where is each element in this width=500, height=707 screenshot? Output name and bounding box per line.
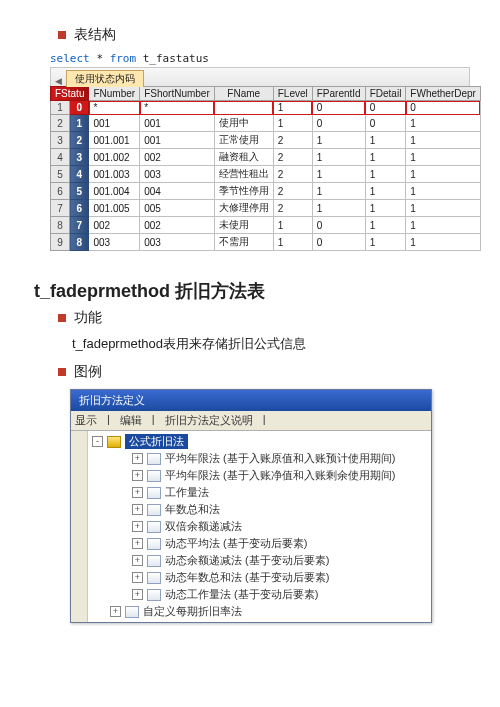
expand-icon[interactable]: + bbox=[110, 606, 121, 617]
row-gutter: 3 bbox=[70, 149, 89, 166]
cell: * bbox=[89, 101, 140, 115]
cell: 0 bbox=[365, 115, 406, 132]
tree-node[interactable]: +自定义每期折旧率法 bbox=[110, 603, 427, 620]
cell: 001.001 bbox=[89, 132, 140, 149]
tree-node[interactable]: +动态余额递减法 (基于变动后要素) bbox=[132, 552, 427, 569]
cell: 经营性租出 bbox=[214, 166, 273, 183]
cell: 1 bbox=[406, 166, 481, 183]
table-row[interactable]: 21001001使用中1001 bbox=[51, 115, 481, 132]
menu-item[interactable]: 编辑 bbox=[120, 413, 142, 428]
row-number: 1 bbox=[51, 101, 70, 115]
tree-node[interactable]: +工作量法 bbox=[132, 484, 427, 501]
row-number: 2 bbox=[51, 115, 70, 132]
tree-node[interactable]: +双倍余额递减法 bbox=[132, 518, 427, 535]
cell: 1 bbox=[273, 115, 312, 132]
tree-node-label: 自定义每期折旧率法 bbox=[143, 604, 242, 619]
tree-node-label: 年数总和法 bbox=[165, 502, 220, 517]
depr-method-window: 折旧方法定义 显示 | 编辑 | 折旧方法定义说明 | -公式折旧法+平均年限法… bbox=[70, 389, 432, 623]
grid-header: FDetail bbox=[365, 87, 406, 101]
table-row[interactable]: 76001.005005大修理停用2111 bbox=[51, 200, 481, 217]
cell: 1 bbox=[312, 166, 365, 183]
row-gutter: 8 bbox=[70, 234, 89, 251]
bullet-icon bbox=[58, 368, 66, 376]
expand-icon[interactable]: + bbox=[132, 453, 143, 464]
row-number: 9 bbox=[51, 234, 70, 251]
menu-item[interactable]: 显示 bbox=[75, 413, 97, 428]
tree-node[interactable]: +年数总和法 bbox=[132, 501, 427, 518]
grid-corner: FStatu bbox=[51, 87, 89, 101]
cell: 1 bbox=[406, 132, 481, 149]
cell: 002 bbox=[89, 217, 140, 234]
row-gutter: 6 bbox=[70, 200, 89, 217]
cell: 不需用 bbox=[214, 234, 273, 251]
cell: 001 bbox=[140, 115, 215, 132]
bullet-icon bbox=[58, 314, 66, 322]
collapse-icon[interactable]: - bbox=[92, 436, 103, 447]
tree-node[interactable]: +平均年限法 (基于入账原值和入账预计使用期间) bbox=[132, 450, 427, 467]
window-menubar: 显示 | 编辑 | 折旧方法定义说明 | bbox=[71, 411, 431, 431]
grid-header: FWhetherDepr bbox=[406, 87, 481, 101]
cell: 003 bbox=[89, 234, 140, 251]
cell: 0 bbox=[312, 234, 365, 251]
tree-node-label: 动态年数总和法 (基于变动后要素) bbox=[165, 570, 329, 585]
document-icon bbox=[147, 504, 161, 516]
expand-icon[interactable]: + bbox=[132, 589, 143, 600]
expand-icon[interactable]: + bbox=[132, 504, 143, 515]
tree-node-label: 工作量法 bbox=[165, 485, 209, 500]
table-row[interactable]: 54001.003003经营性租出2111 bbox=[51, 166, 481, 183]
row-number: 6 bbox=[51, 183, 70, 200]
cell: 1 bbox=[273, 217, 312, 234]
expand-icon[interactable]: + bbox=[132, 572, 143, 583]
cell: 2 bbox=[273, 183, 312, 200]
cell: 1 bbox=[312, 132, 365, 149]
expand-icon[interactable]: + bbox=[132, 555, 143, 566]
row-gutter: 7 bbox=[70, 217, 89, 234]
cell: 1 bbox=[365, 183, 406, 200]
grid-header: FName bbox=[214, 87, 273, 101]
cell: 1 bbox=[406, 183, 481, 200]
cell: 1 bbox=[365, 132, 406, 149]
expand-icon[interactable]: + bbox=[132, 487, 143, 498]
cell: 1 bbox=[365, 200, 406, 217]
expand-icon[interactable]: + bbox=[132, 470, 143, 481]
table-row[interactable]: 43001.002002融资租入2111 bbox=[51, 149, 481, 166]
cell: 0 bbox=[312, 217, 365, 234]
cell: 004 bbox=[140, 183, 215, 200]
expand-icon[interactable]: + bbox=[132, 521, 143, 532]
depr-method-tree[interactable]: -公式折旧法+平均年限法 (基于入账原值和入账预计使用期间)+平均年限法 (基于… bbox=[88, 431, 431, 622]
cell: 1 bbox=[365, 149, 406, 166]
bullet-table-structure: 表结构 bbox=[58, 26, 470, 44]
tree-node[interactable]: -公式折旧法 bbox=[92, 433, 427, 450]
cell: 1 bbox=[273, 234, 312, 251]
table-row[interactable]: 65001.004004季节性停用2111 bbox=[51, 183, 481, 200]
expand-icon[interactable]: + bbox=[132, 538, 143, 549]
bullet-legend: 图例 bbox=[58, 363, 470, 381]
result-tab[interactable]: 使用状态内码 bbox=[66, 70, 144, 87]
document-icon bbox=[147, 538, 161, 550]
cell: 季节性停用 bbox=[214, 183, 273, 200]
tree-node[interactable]: +动态工作量法 (基于变动后要素) bbox=[132, 586, 427, 603]
table-row[interactable]: 98003003不需用1011 bbox=[51, 234, 481, 251]
grid-header: FShortNumber bbox=[140, 87, 215, 101]
grid-header: FLevel bbox=[273, 87, 312, 101]
document-icon bbox=[147, 521, 161, 533]
table-row[interactable]: 10**1000 bbox=[51, 101, 481, 115]
row-gutter: 1 bbox=[70, 115, 89, 132]
window-gutter bbox=[71, 431, 88, 622]
tree-node[interactable]: +动态年数总和法 (基于变动后要素) bbox=[132, 569, 427, 586]
table-row[interactable]: 32001.001001正常使用2111 bbox=[51, 132, 481, 149]
row-gutter: 4 bbox=[70, 166, 89, 183]
document-icon bbox=[147, 487, 161, 499]
label-table-structure: 表结构 bbox=[74, 26, 116, 44]
document-icon bbox=[147, 453, 161, 465]
menu-item[interactable]: 折旧方法定义说明 bbox=[165, 413, 253, 428]
cell: 1 bbox=[365, 166, 406, 183]
table-row[interactable]: 87002002未使用1011 bbox=[51, 217, 481, 234]
cell: 2 bbox=[273, 166, 312, 183]
cell: 003 bbox=[140, 234, 215, 251]
tree-node[interactable]: +平均年限法 (基于入账净值和入账剩余使用期间) bbox=[132, 467, 427, 484]
row-gutter: 2 bbox=[70, 132, 89, 149]
tree-node[interactable]: +动态平均法 (基于变动后要素) bbox=[132, 535, 427, 552]
cell: 正常使用 bbox=[214, 132, 273, 149]
cell: 未使用 bbox=[214, 217, 273, 234]
